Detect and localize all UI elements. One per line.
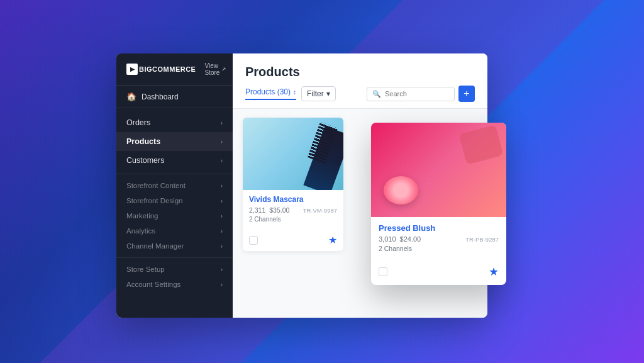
- marketing-chevron: ›: [221, 213, 223, 220]
- toolbar: Products (30) ↕ Filter ▾ 🔍 +: [245, 86, 475, 102]
- sidebar-nav: Orders › Products › Customers › Storefro…: [116, 108, 233, 297]
- search-input[interactable]: [385, 90, 449, 98]
- account-settings-chevron: ›: [221, 281, 223, 288]
- products-chevron: ›: [221, 138, 223, 145]
- sort-icon: ↕: [293, 89, 296, 96]
- product-checkbox-mascara[interactable]: [249, 236, 258, 245]
- product-info-blush: Pressed Blush 3,010 $24.00 TR-PB-9287 2 …: [371, 217, 506, 262]
- content-header: Products Products (30) ↕ Filter ▾ 🔍 +: [233, 53, 487, 109]
- product-price-blush: $24.00: [400, 235, 421, 243]
- product-stats-blush: 3,010 $24.00 TR-PB-9287: [379, 235, 499, 243]
- product-info-mascara: Vivids Mascara 2,311 $35.00 TR-VM-9987 2…: [243, 190, 343, 232]
- product-card-mascara: Vivids Mascara 2,311 $35.00 TR-VM-9987 2…: [243, 118, 343, 251]
- search-wrapper: 🔍 +: [367, 86, 475, 102]
- sidebar-item-channel-manager[interactable]: Channel Manager ›: [116, 238, 233, 254]
- product-footer-mascara: ★: [243, 232, 343, 251]
- channel-manager-label: Channel Manager: [126, 242, 184, 250]
- blush-powder-decoration: [459, 125, 504, 165]
- product-channels-blush: 2 Channels: [379, 245, 499, 252]
- product-name-blush[interactable]: Pressed Blush: [379, 223, 499, 233]
- sidebar-item-customers[interactable]: Customers ›: [116, 151, 233, 170]
- sidebar-item-account-settings[interactable]: Account Settings ›: [116, 277, 233, 292]
- orders-label: Orders: [126, 118, 150, 127]
- dashboard-icon: 🏠: [126, 92, 136, 101]
- dashboard-item[interactable]: 🏠 Dashboard: [116, 86, 233, 108]
- sidebar-item-storefront-design[interactable]: Storefront Design ›: [116, 193, 233, 208]
- store-setup-label: Store Setup: [126, 265, 165, 273]
- products-label: Products: [126, 137, 160, 146]
- dashboard-label: Dashboard: [142, 92, 179, 101]
- logo-icon: ▶: [126, 64, 138, 75]
- sidebar-item-storefront-content[interactable]: Storefront Content ›: [116, 178, 233, 193]
- nav-divider-1: [116, 174, 233, 174]
- products-tab[interactable]: Products (30) ↕: [245, 87, 296, 100]
- storefront-content-chevron: ›: [221, 182, 223, 189]
- sidebar-item-orders[interactable]: Orders ›: [116, 113, 233, 132]
- products-tab-label: Products (30): [245, 87, 291, 96]
- product-sku-mascara: TR-VM-9987: [303, 207, 337, 214]
- account-settings-label: Account Settings: [126, 281, 180, 288]
- sidebar-item-store-setup[interactable]: Store Setup ›: [116, 262, 233, 277]
- sidebar-item-analytics[interactable]: Analytics ›: [116, 223, 233, 238]
- bigcommerce-logo: ▶ BIGCOMMERCE: [126, 64, 196, 75]
- search-field-wrap: 🔍: [367, 87, 455, 101]
- product-image-blush: [371, 123, 506, 217]
- store-setup-chevron: ›: [221, 266, 223, 273]
- external-link-icon: ↗: [221, 66, 226, 72]
- sidebar: ▶ BIGCOMMERCE View Store ↗ 🏠 Dashboard O…: [116, 53, 233, 318]
- product-price-mascara: $35.00: [269, 206, 289, 214]
- filter-button[interactable]: Filter ▾: [301, 86, 336, 101]
- view-store-link[interactable]: View Store ↗: [204, 62, 226, 76]
- product-favorite-blush[interactable]: ★: [489, 265, 499, 279]
- analytics-label: Analytics: [126, 227, 155, 235]
- product-stock-blush: 3,010: [379, 235, 396, 243]
- add-product-button[interactable]: +: [458, 86, 475, 102]
- product-stock-mascara: 2,311: [249, 206, 265, 214]
- blush-compact-decoration: [384, 176, 418, 204]
- product-sku-blush: TR-PB-9287: [465, 236, 499, 243]
- product-favorite-mascara[interactable]: ★: [328, 234, 337, 246]
- product-footer-blush: ★: [371, 262, 506, 285]
- sidebar-item-products[interactable]: Products ›: [116, 132, 233, 151]
- logo-text: BIGCOMMERCE: [139, 65, 196, 73]
- customers-label: Customers: [126, 156, 164, 165]
- floating-product-card-blush: Pressed Blush 3,010 $24.00 TR-PB-9287 2 …: [371, 123, 506, 285]
- orders-chevron: ›: [221, 120, 223, 126]
- sidebar-item-marketing[interactable]: Marketing ›: [116, 208, 233, 223]
- product-stats-mascara: 2,311 $35.00 TR-VM-9987: [249, 206, 337, 214]
- storefront-design-label: Storefront Design: [126, 197, 183, 204]
- search-icon: 🔍: [372, 90, 381, 98]
- nav-divider-2: [116, 257, 233, 258]
- storefront-design-chevron: ›: [221, 198, 223, 204]
- product-channels-mascara: 2 Channels: [249, 216, 337, 223]
- page-title: Products: [245, 65, 475, 79]
- filter-chevron-icon: ▾: [326, 89, 330, 98]
- product-name-mascara[interactable]: Vivids Mascara: [249, 195, 337, 204]
- storefront-content-label: Storefront Content: [126, 182, 186, 189]
- product-image-mascara: [243, 118, 343, 190]
- sidebar-header: ▶ BIGCOMMERCE View Store ↗: [116, 53, 233, 86]
- analytics-chevron: ›: [221, 228, 223, 235]
- customers-chevron: ›: [221, 157, 223, 164]
- channel-manager-chevron: ›: [221, 243, 223, 250]
- marketing-label: Marketing: [126, 212, 158, 220]
- product-checkbox-blush[interactable]: [379, 267, 387, 276]
